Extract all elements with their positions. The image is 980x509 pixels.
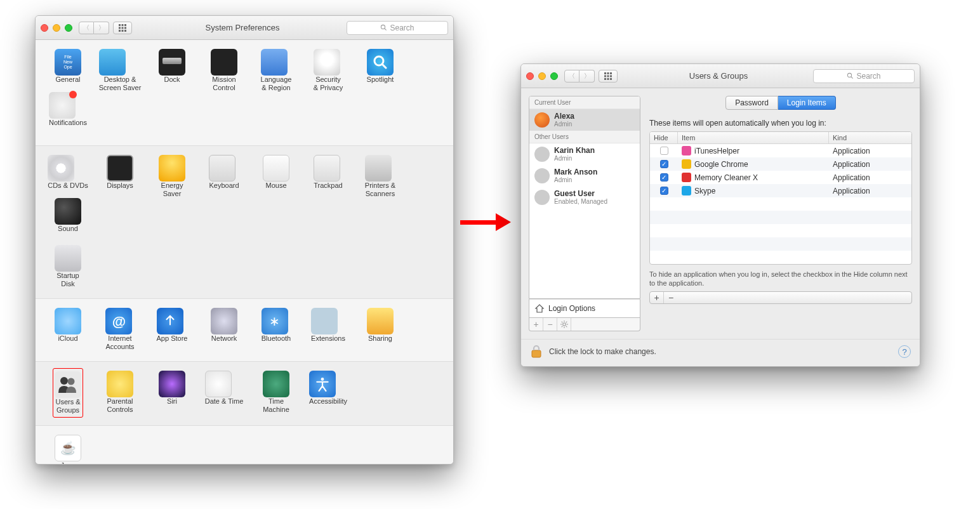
back-button[interactable]: 〈 [79,22,94,34]
notifications-icon [49,92,76,119]
user-item[interactable]: Mark AnsonAdmin [529,165,640,187]
pref-startup[interactable]: StartupDisk [42,245,94,288]
add-user-button[interactable]: + [529,318,543,331]
pref-cds[interactable]: CDs & DVDs [42,155,94,198]
pref-sound[interactable]: Sound [42,198,94,241]
bluetooth-icon: ∗ [262,308,288,334]
col-header-item[interactable]: Item [678,132,829,143]
pref-security[interactable]: Security& Privacy [302,49,354,92]
user-item[interactable]: Karin KhanAdmin [529,143,640,165]
pref-label: TimeMachine [263,397,289,414]
minimize-button[interactable] [538,72,546,80]
login-options-button[interactable]: Login Options [529,299,640,318]
user-item[interactable]: Guest UserEnabled, Managed [529,187,640,208]
pref-energy[interactable]: EnergySaver [146,155,198,198]
close-button[interactable] [526,72,534,80]
pref-label: Java [55,461,81,465]
pref-label: InternetAccounts [105,334,134,351]
settings-gear-button[interactable] [557,318,571,331]
pref-datetime[interactable]: Date & Time [198,371,250,415]
pref-desktop[interactable]: Desktop &Screen Saver [94,49,146,92]
pref-row: ☕Java [36,426,453,465]
svg-rect-36 [532,350,541,357]
close-button[interactable] [41,24,48,32]
login-item-row[interactable]: ✓Memory Cleaner XApplication [650,171,911,184]
tab-login-items[interactable]: Login Items [778,96,836,110]
system-preferences-window: 〈 〉 System Preferences Search FileNewOpe… [35,15,454,465]
pref-printers[interactable]: Printers &Scanners [354,155,406,198]
help-button[interactable]: ? [898,345,911,358]
pref-mouse[interactable]: Mouse [250,155,302,198]
svg-rect-17 [607,72,609,74]
pref-extensions[interactable]: Extensions [302,308,354,351]
tab-password[interactable]: Password [725,96,778,110]
svg-point-25 [848,73,852,77]
svg-point-9 [381,25,385,29]
lock-icon[interactable] [530,345,543,359]
pref-keyboard[interactable]: Keyboard [198,155,250,198]
pref-bluetooth[interactable]: ∗Bluetooth [250,308,302,351]
nav-buttons: 〈 〉 [564,70,595,83]
hide-checkbox[interactable] [660,147,668,155]
remove-user-button[interactable]: − [543,318,557,331]
cds-icon [48,155,74,182]
pref-displays[interactable]: Displays [94,155,146,198]
pref-appstore[interactable]: App Store [146,308,198,351]
gear-icon [560,321,568,328]
app-kind: Application [829,185,911,197]
svg-rect-3 [119,27,121,29]
forward-button[interactable]: 〉 [579,70,595,83]
pref-icloud[interactable]: iCloud [42,308,94,351]
titlebar: 〈 〉 Users & Groups Search [521,64,920,88]
pref-spotlight[interactable]: Spotlight [354,49,406,92]
show-all-button[interactable] [113,22,132,34]
pref-network[interactable]: Network [198,308,250,351]
pref-notifications[interactable]: Notifications [42,92,94,135]
pref-label: Extensions [311,334,345,351]
pref-sharing[interactable]: Sharing [354,308,406,351]
pref-java[interactable]: ☕Java [42,435,94,465]
login-item-row[interactable]: iTunesHelperApplication [650,144,911,157]
zoom-button[interactable] [550,72,558,80]
svg-line-35 [566,322,567,323]
svg-rect-7 [122,30,124,32]
pref-internet[interactable]: @InternetAccounts [94,308,146,351]
svg-line-10 [385,29,387,30]
col-header-hide[interactable]: Hide [650,132,678,143]
pref-general[interactable]: FileNewOpeGeneral [42,49,94,92]
hide-checkbox[interactable]: ✓ [660,187,668,195]
pref-label: Desktop &Screen Saver [99,76,142,92]
pref-language[interactable]: Language& Region [250,49,302,92]
back-button[interactable]: 〈 [564,70,579,83]
pref-label: Keyboard [209,182,239,198]
security-icon [314,49,340,76]
search-field[interactable]: Search [813,69,915,83]
pref-timemachine[interactable]: TimeMachine [250,371,302,415]
add-item-button[interactable]: + [650,292,664,303]
pref-dock[interactable]: Dock [146,49,198,92]
show-all-button[interactable] [599,70,618,83]
pref-parental[interactable]: ParentalControls [94,371,146,415]
pref-mission[interactable]: MissionControl [198,49,250,92]
pref-accessibility[interactable]: Accessibility [302,371,354,415]
zoom-button[interactable] [65,24,72,32]
pref-label: Mouse [263,182,289,198]
pref-users[interactable]: Users &Groups [42,371,94,415]
user-role: Admin [554,121,574,128]
user-item-current[interactable]: Alexa Admin [529,109,640,131]
pref-label: EnergySaver [159,182,185,198]
pref-trackpad[interactable]: Trackpad [302,155,354,198]
login-item-row[interactable]: ✓SkypeApplication [650,184,911,197]
remove-item-button[interactable]: − [664,292,678,303]
minimize-button[interactable] [53,24,60,32]
svg-line-34 [561,326,562,327]
extensions-icon [311,308,338,334]
search-field[interactable]: Search [347,21,448,35]
pref-siri[interactable]: Siri [146,371,198,415]
forward-button[interactable]: 〉 [94,22,109,34]
login-item-row[interactable]: ✓Google ChromeApplication [650,157,911,171]
sharing-icon [367,308,394,334]
hide-checkbox[interactable]: ✓ [660,160,668,168]
col-header-kind[interactable]: Kind [829,132,911,143]
hide-checkbox[interactable]: ✓ [660,173,668,182]
